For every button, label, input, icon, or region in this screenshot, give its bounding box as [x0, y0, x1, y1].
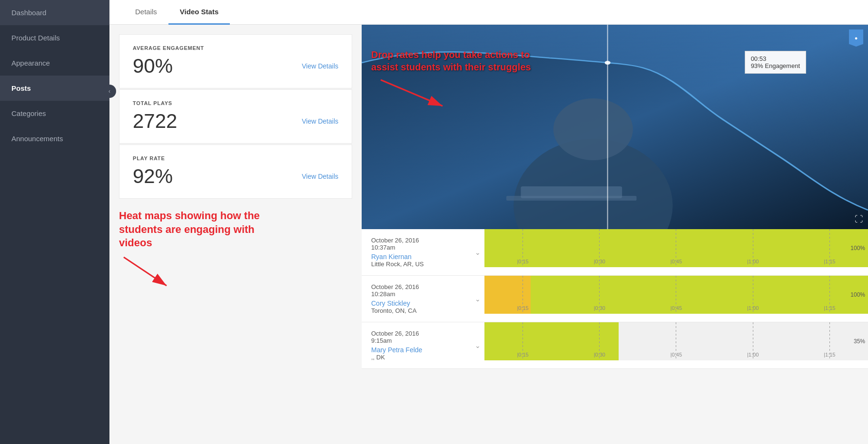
heatmap-location: Little Rock, AR, US: [371, 261, 462, 268]
sidebar-item-label: Categories: [11, 109, 46, 117]
stat-label-avg-engagement: AVERAGE ENGAGEMENT: [133, 45, 338, 51]
video-bookmark-icon[interactable]: ●: [849, 29, 863, 47]
sidebar-item-label: Announcements: [11, 135, 63, 143]
right-panel: Drop rates help you take actions to assi…: [362, 25, 868, 444]
heatmap-bar-container-cory: |0:15 |0:30 |0:45 |1:00 |1:15 100%: [484, 276, 868, 314]
drop-rate-annotation: Drop rates help you take actions to assi…: [371, 48, 533, 113]
stat-label-total-plays: TOTAL PLAYS: [133, 100, 338, 106]
svg-line-11: [381, 80, 443, 106]
heatmap-chevron[interactable]: ⌄: [471, 322, 484, 368]
heatmap-annotation-text: Heat maps showing how the students are e…: [119, 209, 271, 250]
content-area: AVERAGE ENGAGEMENT 90% View Details TOTA…: [109, 25, 868, 444]
heatmap-date: October 26, 2016: [371, 330, 462, 337]
sidebar-item-product-details[interactable]: Product Details: [0, 25, 109, 50]
heatmap-info-ryan: October 26, 2016 10:37am Ryan Kiernan Li…: [362, 229, 471, 275]
heatmap-time: 9:15am: [371, 337, 462, 344]
heatmap-annotation: Heat maps showing how the students are e…: [119, 204, 352, 295]
heatmap-row: October 26, 2016 9:15am Mary Petra Felde…: [362, 322, 868, 369]
sidebar-item-label: Product Details: [11, 34, 60, 42]
heatmap-info-cory: October 26, 2016 10:28am Cory Stickley T…: [362, 276, 471, 322]
sidebar-collapse-button[interactable]: ‹: [103, 85, 116, 98]
svg-line-1: [124, 257, 167, 286]
video-container: Drop rates help you take actions to assi…: [362, 25, 868, 229]
heatmap-bar-mary: |0:15 |0:30 |0:45 |1:00 |1:15: [484, 322, 868, 360]
sidebar: Dashboard Product Details Appearance Pos…: [0, 0, 109, 444]
heatmap-timeline: |0:15 |0:30 |0:45 |1:00 |1:15: [484, 259, 868, 264]
sidebar-item-categories[interactable]: Categories: [0, 101, 109, 126]
video-tooltip: 00:53 93% Engagement: [745, 51, 806, 74]
sidebar-item-announcements[interactable]: Announcements: [0, 126, 109, 151]
view-details-link-play-rate[interactable]: View Details: [302, 173, 338, 180]
heatmap-bar-container-mary: |0:15 |0:30 |0:45 |1:00 |1:15 35%: [484, 322, 868, 360]
stat-value-play-rate: 92%: [133, 165, 173, 188]
stat-card-total-plays: TOTAL PLAYS 2722 View Details: [119, 89, 352, 144]
heatmap-date: October 26, 2016: [371, 237, 462, 244]
stat-value-total-plays: 2722: [133, 110, 177, 133]
heatmap-location: ,, DK: [371, 354, 462, 361]
stat-value-row: 90% View Details: [133, 55, 338, 77]
heatmap-timeline: |0:15 |0:30 |0:45 |1:00 |1:15: [484, 305, 868, 311]
heatmap-section: October 26, 2016 10:37am Ryan Kiernan Li…: [362, 229, 868, 369]
sidebar-item-dashboard[interactable]: Dashboard: [0, 0, 109, 25]
heatmap-timeline: |0:15 |0:30 |0:45 |1:00 |1:15: [484, 352, 868, 357]
heatmap-bar-container-ryan: |0:15 |0:30 |0:45 |1:00 |1:15 100%: [484, 229, 868, 267]
tab-video-stats[interactable]: Video Stats: [168, 0, 230, 25]
main-content: Details Video Stats AVERAGE ENGAGEMENT 9…: [109, 0, 868, 444]
heatmap-name[interactable]: Cory Stickley: [371, 299, 462, 307]
sidebar-item-appearance[interactable]: Appearance: [0, 50, 109, 76]
heatmap-chevron[interactable]: ⌄: [471, 229, 484, 275]
heatmap-time: 10:37am: [371, 244, 462, 251]
tab-details[interactable]: Details: [124, 0, 168, 25]
tooltip-engagement: 93% Engagement: [751, 62, 800, 69]
tooltip-time: 00:53: [751, 55, 800, 62]
view-details-link-total-plays[interactable]: View Details: [302, 117, 338, 125]
stat-value-avg-engagement: 90%: [133, 55, 173, 77]
svg-point-9: [605, 61, 611, 65]
heatmap-bar-ryan: |0:15 |0:30 |0:45 |1:00 |1:15: [484, 229, 868, 267]
video-fullscreen-button[interactable]: ⛶: [855, 214, 863, 224]
stat-card-play-rate: PLAY RATE 92% View Details: [119, 145, 352, 199]
sidebar-item-label: Posts: [11, 84, 31, 92]
heatmap-percent: 100%: [850, 291, 865, 298]
drop-rate-arrow: [371, 75, 447, 113]
view-details-link-avg-engagement[interactable]: View Details: [302, 62, 338, 70]
sidebar-item-posts[interactable]: Posts: [0, 76, 109, 101]
stat-value-row: 92% View Details: [133, 165, 338, 188]
heatmap-annotation-arrow: [119, 252, 176, 290]
stat-value-row: 2722 View Details: [133, 110, 338, 133]
svg-point-5: [553, 98, 633, 160]
heatmap-row: October 26, 2016 10:37am Ryan Kiernan Li…: [362, 229, 868, 276]
heatmap-date: October 26, 2016: [371, 283, 462, 290]
heatmap-bar-cory: |0:15 |0:30 |0:45 |1:00 |1:15: [484, 276, 868, 314]
heatmap-info-mary: October 26, 2016 9:15am Mary Petra Felde…: [362, 322, 471, 368]
heatmap-name[interactable]: Mary Petra Felde: [371, 346, 462, 354]
tab-bar: Details Video Stats: [109, 0, 868, 25]
sidebar-item-label: Dashboard: [11, 9, 46, 17]
sidebar-item-label: Appearance: [11, 59, 50, 67]
heatmap-row: October 26, 2016 10:28am Cory Stickley T…: [362, 276, 868, 322]
stat-label-play-rate: PLAY RATE: [133, 155, 338, 161]
stat-card-avg-engagement: AVERAGE ENGAGEMENT 90% View Details: [119, 34, 352, 88]
svg-rect-7: [521, 186, 622, 198]
heatmap-percent: 35%: [854, 338, 865, 345]
heatmap-time: 10:28am: [371, 290, 462, 298]
heatmap-percent: 100%: [850, 245, 865, 251]
heatmap-location: Toronto, ON, CA: [371, 307, 462, 314]
heatmap-name[interactable]: Ryan Kiernan: [371, 253, 462, 261]
heatmap-chevron[interactable]: ⌄: [471, 276, 484, 322]
stats-panel: AVERAGE ENGAGEMENT 90% View Details TOTA…: [109, 25, 362, 444]
